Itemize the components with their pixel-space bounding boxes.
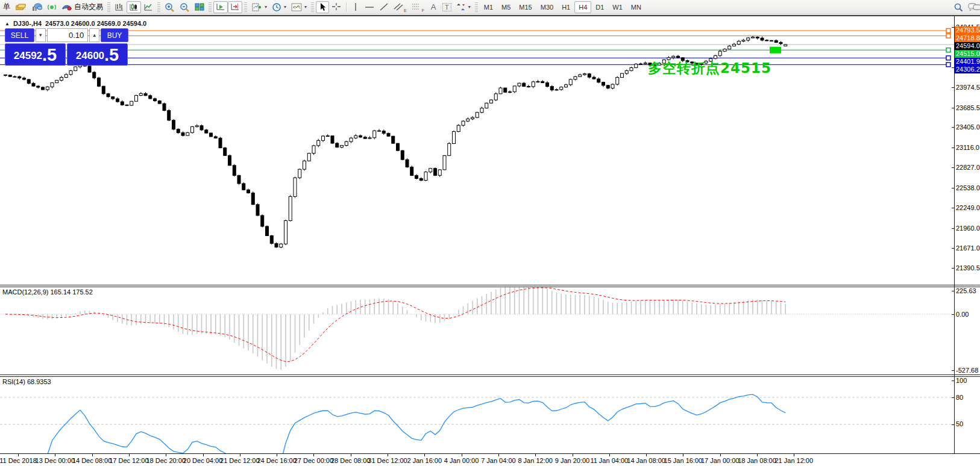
rsi-label: RSI(14) 68.9353: [2, 378, 51, 385]
chart-cloud-button[interactable]: [29, 1, 45, 13]
auto-scroll-button[interactable]: [213, 1, 228, 13]
buy-price-pips: .5: [104, 46, 119, 64]
new-chart-dropdown-icon[interactable]: ▾: [265, 4, 267, 10]
timeframe-button-m5[interactable]: M5: [497, 1, 515, 13]
buy-button[interactable]: BUY: [101, 28, 128, 42]
time-axis-label: 18 Dec 20:00: [146, 457, 185, 464]
turning-point-annotation[interactable]: 多空转折点24515: [648, 59, 771, 78]
trendline-button[interactable]: [377, 1, 391, 13]
periods-button[interactable]: ▾: [269, 1, 289, 13]
rsi-indicator-panel[interactable]: [0, 377, 954, 466]
chart-cloud-icon: [31, 2, 42, 11]
buy-price-box[interactable]: 24600 .5: [67, 43, 128, 66]
autotrading-button[interactable]: 自动交易: [59, 1, 105, 13]
macd-axis[interactable]: 225.630.00-527.68: [955, 287, 980, 374]
templates-dropdown-icon[interactable]: ▾: [304, 4, 307, 10]
price-tick-label: 23116.0: [956, 144, 979, 151]
chart-window: ▲ DJ30-,H4 24573.0 24600.0 24569.0 24594…: [0, 15, 980, 466]
zoom-out-button[interactable]: [177, 1, 192, 13]
crosshair-icon: [331, 2, 341, 11]
price-tick-label: 22538.0: [956, 184, 980, 191]
price-tick-label: 21390.5: [956, 264, 980, 272]
sell-price-pips: .5: [42, 46, 57, 64]
tickets-icon-button[interactable]: [13, 1, 29, 13]
timeframe-button-h1[interactable]: H1: [558, 1, 574, 13]
horizontal-line-icon: [365, 2, 374, 11]
cursor-button[interactable]: [316, 1, 329, 13]
timeframe-button-w1[interactable]: W1: [608, 1, 627, 13]
timeframe-button-m1[interactable]: M1: [480, 1, 497, 13]
collapse-arrow-icon[interactable]: ▲: [5, 21, 10, 26]
rsi-tick-label: 80: [956, 394, 963, 401]
volume-decrease-button[interactable]: ▼: [36, 28, 46, 42]
rsi-axis[interactable]: 1008050150: [955, 377, 980, 466]
line-chart-button[interactable]: [141, 1, 155, 13]
chart-shift-button[interactable]: [228, 1, 242, 13]
timeframe-button-h4[interactable]: H4: [574, 1, 591, 13]
fibonacci-icon: [412, 2, 421, 11]
bar-chart-icon: [115, 2, 124, 11]
search-icon: [953, 2, 963, 12]
time-axis-label: 4 Jan 00:00: [444, 457, 479, 464]
trading-platform-window: 单 自动交易: [0, 0, 980, 466]
timeframe-button-m15[interactable]: M15: [515, 1, 536, 13]
macd-tick-label: 0.00: [956, 311, 969, 318]
time-axis-label: 11 Dec 2018: [0, 457, 37, 464]
templates-button[interactable]: ▾: [289, 1, 309, 13]
time-axis-label: 14 Dec 08:00: [72, 457, 112, 464]
fibonacci-button[interactable]: F: [409, 1, 427, 13]
new-chart-button[interactable]: ▾: [249, 1, 269, 13]
horizontal-line-button[interactable]: [362, 1, 377, 13]
timeframe-button-m30[interactable]: M30: [536, 1, 558, 13]
text-button[interactable]: A: [427, 1, 440, 13]
bar-chart-button[interactable]: [112, 1, 127, 13]
timeframe-button-d1[interactable]: D1: [591, 1, 608, 13]
fibo-sub-label: F: [422, 8, 424, 13]
crosshair-button[interactable]: [329, 1, 344, 13]
text-label-t-icon: T: [442, 3, 451, 11]
sell-button[interactable]: SELL: [5, 28, 34, 42]
rsi-tick-label: 100: [956, 377, 967, 384]
arrows-button[interactable]: ▾: [454, 1, 473, 13]
timeframe-group: M1M5M15M30H1H4D1W1MN: [480, 1, 645, 13]
main-price-axis[interactable]: 24841.524263.523974.523685.523405.023116…: [955, 16, 980, 285]
search-button[interactable]: [951, 1, 966, 13]
price-tick-label: 21960.0: [956, 225, 980, 232]
volume-input[interactable]: 0.10: [47, 28, 89, 42]
time-axis-label: 14 Jan 08:00: [627, 457, 665, 464]
chart-symbol-period: DJ30-,H4: [13, 20, 42, 27]
timeframe-button-mn[interactable]: MN: [627, 1, 645, 13]
price-line-label: 24306.2: [955, 66, 980, 73]
equidistant-channel-button[interactable]: E: [391, 1, 409, 13]
text-label-button[interactable]: T: [440, 1, 454, 13]
time-axis-label: 27 Dec 00:00: [294, 457, 333, 464]
new-chart-icon: [251, 2, 262, 12]
time-axis-label: 11 Jan 04:00: [590, 457, 628, 464]
time-axis-label: 9 Jan 20:00: [555, 457, 590, 464]
time-axis-label: 13 Dec 00:00: [36, 457, 75, 464]
periods-dropdown-icon[interactable]: ▾: [284, 4, 286, 10]
tile-windows-button[interactable]: [192, 1, 207, 13]
vertical-line-button[interactable]: [349, 1, 362, 13]
main-price-chart[interactable]: [0, 16, 954, 270]
template-chart-icon: [291, 3, 302, 11]
macd-indicator-panel[interactable]: [0, 287, 954, 374]
time-axis[interactable]: 11 Dec 201813 Dec 00:0014 Dec 08:0017 De…: [0, 453, 980, 466]
arrows-dropdown-icon[interactable]: ▾: [468, 4, 471, 10]
main-toolbar: 单 自动交易: [0, 0, 980, 14]
time-axis-label: 20 Dec 04:00: [183, 457, 222, 464]
chat-icon: [968, 2, 980, 12]
price-line-label: 24594.0: [955, 42, 980, 50]
chat-button[interactable]: [966, 1, 980, 13]
zoom-in-button[interactable]: [162, 1, 177, 13]
autotrading-hat-icon: [61, 2, 72, 11]
candlestick-chart-button[interactable]: [127, 1, 141, 13]
time-axis-label: 15 Jan 16:00: [664, 457, 703, 464]
sell-price-box[interactable]: 24592 .5: [5, 43, 66, 66]
price-line-label: 24401.9: [955, 58, 980, 66]
candlestick-chart-icon: [129, 2, 139, 11]
new-order-button[interactable]: 单: [0, 1, 13, 13]
signal-button[interactable]: [45, 1, 59, 13]
buy-price-main: 24600: [76, 48, 104, 64]
volume-increase-button[interactable]: ▲: [89, 28, 99, 42]
